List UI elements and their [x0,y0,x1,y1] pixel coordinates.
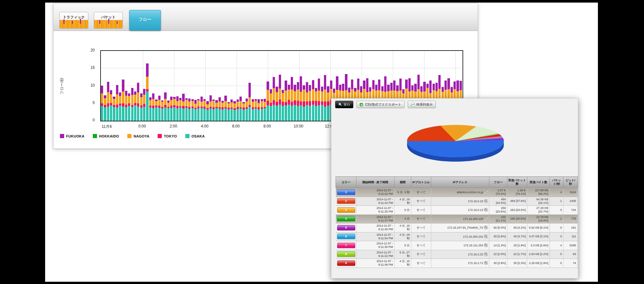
bar [327,86,329,121]
column-header-9[interactable]: ビット/秒 [563,177,578,188]
column-header-4[interactable]: IPアドレス [431,177,489,188]
bar-segment-fukuoka [348,88,350,92]
legend-item-tokyo[interactable]: TOKYO [158,134,177,138]
tab-traffic[interactable]: トラフィック [59,12,88,29]
table-row-3[interactable]: 32014-11-07 -9:11:25 PM5 分すべて172.16.0.13… [336,206,578,215]
column-header-5[interactable]: フロー [489,177,507,188]
bar [224,96,227,121]
cell-duration: 4 分, 18 秒 [395,197,411,206]
bar [119,92,121,121]
bar-segment-osaka [116,108,118,121]
cell-bpp: 122 [578,250,578,259]
drilldown-icon[interactable] [484,190,488,194]
tab-flow[interactable]: フロー [129,10,161,31]
drilldown-icon[interactable] [484,252,488,256]
bar-segment-osaka [179,108,181,121]
legend-color-swatch [60,134,64,138]
bar-segment-fukuoka [267,81,269,90]
drilldown-icon[interactable] [484,208,488,212]
bar-segment-fukuoka [456,80,459,91]
bar-segment-fukuoka [447,78,450,90]
cell-color: 7 [336,241,356,250]
table-row-9[interactable]: 92014-11-07 -9:11:48 PM4 分, 15 秒すべて172.1… [336,259,578,268]
column-header-10[interactable]: バイト/パッケージ [578,177,578,188]
column-header-1[interactable]: 開始時間 - 終了時間 [356,177,395,188]
bar-segment-tokyo [285,102,287,106]
bar-segment-fukuoka [116,85,118,94]
bar [146,63,148,121]
bar [104,95,106,121]
magnifier-icon [338,103,342,106]
drilldown-icon[interactable] [484,261,488,265]
bar-segment-nagoya [140,97,142,105]
bar-segment-nagoya [270,93,272,102]
bar-segment-tokyo [221,107,224,110]
column-header-2[interactable]: 期間 [395,177,411,188]
column-header-0[interactable]: カラー [336,177,356,188]
cell-duration: 5 分, 3 秒 [395,188,411,197]
bar-segment-tokyo [324,101,326,106]
legend-item-hokkaido[interactable]: HOKKAIDO [93,134,119,138]
bar-segment-nagoya [276,92,278,102]
timeseries-button[interactable]: 時系列表示 [408,101,436,108]
color-swatch: 2 [337,198,355,204]
tab-packet[interactable]: パケット [94,12,123,29]
table-row-7[interactable]: 72014-11-07 -9:11:30 PM5 分すべて172.16.111.… [336,241,578,250]
table-row-1[interactable]: 12014-11-07 -9:11:22 PM5 分, 3 秒すべてatlant… [336,188,578,197]
bar [107,82,109,121]
pie-chart [396,118,515,169]
bar-segment-fukuoka [206,101,209,104]
bar-segment-osaka [239,109,242,121]
legend-item-nagoya[interactable]: NAGOYA [127,134,149,138]
y-axis-label: フロー/秒 [58,52,66,120]
column-header-3[interactable]: IPプロトコル [411,177,431,188]
bar [261,99,263,121]
drilldown-icon[interactable] [484,235,488,238]
run-button[interactable]: 実行 [335,101,353,108]
tab-packet-label: パケット [94,15,122,20]
cell-time: 2014-11-07 -9:11:54 PM [356,232,395,241]
legend-item-osaka[interactable]: OSAKA [185,134,205,138]
cell-pps: 0 [550,223,563,232]
table-row-2[interactable]: 22014-11-07 -9:11:42 PM4 分, 18 秒すべて172.1… [336,197,578,206]
drilldown-icon[interactable] [484,199,488,203]
bar-segment-osaka [324,107,326,121]
legend-item-fukuoka[interactable]: FUKUOKA [60,134,84,138]
legend-item-label: OSAKA [191,134,205,138]
drilldown-icon[interactable] [484,217,488,221]
column-header-7[interactable]: 受信バイト数 [527,177,550,188]
bar-segment-fukuoka [258,99,260,103]
cell-flows: 22 [2.0%] [489,250,507,259]
column-header-8[interactable]: パケット/秒 [550,177,563,188]
table-row-6[interactable]: 62014-11-07 -9:11:54 PM4 分, 29 秒すべて172.1… [336,232,578,241]
bar-segment-fukuoka [315,88,317,91]
bar-segment-fukuoka [146,63,148,77]
bar-segment-tokyo [303,101,305,106]
column-header-6[interactable]: 受信パケット数 [507,177,527,188]
table-row-4[interactable]: 42014-11-07 -9:11:47 PM4 分すべて172.16.200.… [336,214,578,223]
bar-segment-fukuoka [182,94,184,101]
cell-protocol: すべて [411,250,431,259]
drilldown-icon[interactable] [484,243,488,247]
bar-segment-tokyo [203,107,206,109]
table-row-8[interactable]: 82014-11-07 -9:11:22 PM5 分, 27 秒すべて172.1… [336,250,578,259]
bar-segment-tokyo [312,101,314,105]
bar-segment-tokyo [137,103,139,107]
cell-address: 172.16.200.101 [431,232,489,241]
cell-bpp: 106 [578,206,578,215]
bar-segment-osaka [258,109,260,121]
export-csv-button[interactable]: CSV形式でエクスポート [356,101,405,108]
bar [219,97,221,121]
table-row-5[interactable]: 52014-11-07 -9:11:40 PM4 分, 16 秒すべて172.1… [336,223,578,232]
bar [291,77,293,121]
ip-address: 172.16.0.15 [468,200,483,203]
drilldown-icon[interactable] [484,226,488,229]
bar-segment-fukuoka [137,83,139,92]
bar-segment-fukuoka [125,91,127,96]
bar-segment-osaka [170,108,172,121]
bar-segment-nagoya [233,103,236,108]
bar [152,93,154,121]
bar [188,99,190,121]
bar-segment-fukuoka [435,83,438,91]
bar-segment-fukuoka [210,95,212,102]
